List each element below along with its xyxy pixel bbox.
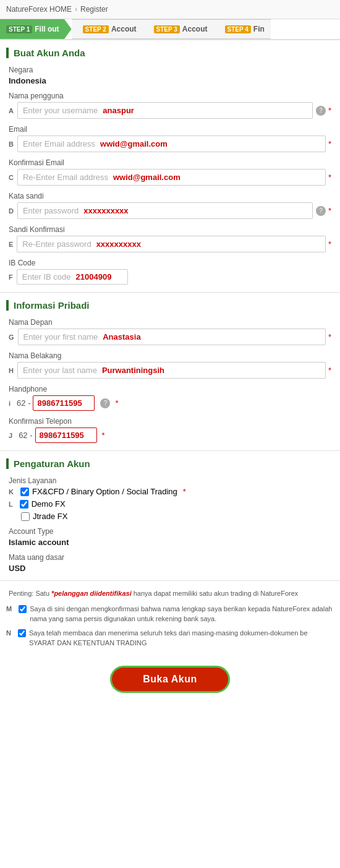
username-field: Nama pengguna A Enter your username anas… (6, 92, 334, 119)
first-name-field: Nama Depan G Enter your first name Anast… (6, 318, 334, 345)
confirm-phone-required: * (102, 431, 105, 440)
field-letter-g: G (9, 333, 14, 341)
breadcrumb-register[interactable]: Register (80, 5, 108, 14)
negara-label: Negara (9, 66, 331, 74)
confirm-phone-field: Konfirmasi Telepon J 62 - * (6, 417, 334, 443)
username-input-display[interactable]: Enter your username anaspur (17, 102, 313, 119)
phone-label: Handphone (9, 385, 331, 393)
last-name-placeholder: Enter your last name (23, 366, 97, 375)
checkbox-fx[interactable] (20, 488, 29, 496)
username-required: * (328, 106, 331, 115)
checkbox-jtrade[interactable] (21, 512, 30, 521)
section-informasi-pribadi: Informasi Pribadi Nama Depan G Enter you… (6, 300, 334, 443)
account-type-label: Account Type (9, 527, 331, 536)
first-name-required: * (328, 332, 331, 342)
checkbox-jtrade-label: Jtrade FX (33, 512, 67, 521)
agreement-n-row: N Saya telah membaca dan menerima seluru… (6, 628, 334, 648)
phone-input-i[interactable] (33, 395, 95, 411)
field-letter-c: C (9, 174, 14, 181)
submit-button[interactable]: Buka Akun (110, 666, 229, 693)
first-name-value: Anastasia (103, 332, 140, 342)
step-1-num: STEP 1 (6, 25, 32, 33)
important-prefix: Penting: Satu (9, 590, 51, 597)
field-letter-f: F (9, 273, 13, 281)
password-label: Kata sandi (9, 192, 331, 200)
field-letter-h: H (9, 367, 14, 374)
username-label: Nama pengguna (9, 92, 331, 100)
checkbox-demo-row: L Demo FX (9, 499, 331, 509)
phone-code-j: 62 - (19, 431, 32, 440)
first-name-placeholder: Enter your first name (23, 332, 98, 342)
step-3-label: Accout (182, 25, 208, 33)
negara-value: Indonesia (9, 75, 46, 87)
step-3[interactable]: STEP 3 Accout (143, 19, 214, 39)
ib-placeholder-text: Enter IB code (22, 272, 71, 281)
phone-input-j[interactable] (35, 428, 97, 443)
confirm-password-field: Sandi Konfirmasi E Re-Enter password xxx… (6, 225, 334, 252)
steps-bar: STEP 1 Fill out STEP 2 Accout STEP 3 Acc… (0, 19, 340, 40)
username-placeholder: Enter your username (23, 106, 98, 115)
confirm-email-value: wwid@gmail.com (113, 173, 181, 182)
checkbox-demo[interactable] (20, 500, 28, 509)
negara-field: Negara Indonesia (6, 66, 334, 85)
username-value: anaspur (103, 106, 134, 115)
important-notice: Penting: Satu *pelanggan diidentifikasi … (9, 588, 331, 599)
ib-code-field: IB Code F Enter IB code 21004909 (6, 259, 334, 285)
step-1[interactable]: STEP 1 Fill out (0, 19, 72, 39)
section-pengaturan-akun: Pengaturan Akun Jenis Layanan K FX&CFD /… (6, 458, 334, 573)
password-help-icon[interactable]: ? (316, 206, 326, 216)
confirm-password-placeholder: Re-Enter password (22, 239, 91, 249)
email-value: wwid@gmail.com (100, 139, 168, 148)
confirm-password-input-display[interactable]: Re-Enter password xxxxxxxxxx (17, 236, 326, 252)
phone-code-i: 62 - (17, 398, 30, 408)
field-letter-a: A (9, 107, 14, 114)
step-2-num: STEP 2 (83, 25, 109, 33)
submit-section: Buka Akun (0, 656, 340, 705)
phone-help-icon[interactable]: ? (100, 398, 110, 408)
first-name-label: Nama Depan (9, 318, 331, 327)
field-letter-m: M (6, 604, 12, 614)
terms-link[interactable]: SYARAT DAN KETENTUAN TRADING (29, 639, 147, 647)
field-letter-n: N (6, 628, 11, 638)
checkbox-agreement-m[interactable] (19, 605, 27, 613)
field-letter-k: K (9, 488, 14, 496)
buat-akun-title: Buat Akun Anda (6, 48, 334, 58)
email-placeholder: Enter Email address (23, 139, 95, 148)
currency-value: USD (9, 564, 25, 573)
field-letter-d: D (9, 207, 14, 215)
last-name-input-display[interactable]: Enter your last name Purwantiningsih (17, 362, 326, 379)
field-letter-e: E (9, 241, 13, 248)
agreement-m-text: Saya di sini dengan mengkonfirmasi bahwa… (30, 604, 334, 624)
breadcrumb-home[interactable]: NatureForex HOME (6, 5, 72, 14)
breadcrumb: NatureForex HOME › Register (0, 0, 340, 19)
password-input-display[interactable]: Enter password xxxxxxxxxx (17, 202, 313, 219)
currency-label: Mata uang dasar (9, 553, 331, 562)
account-type-field: Account Type Islamic account (6, 527, 334, 547)
account-type-value: Islamic account (9, 538, 69, 547)
important-suffix: hanya dapat memiliki satu akun trading d… (132, 590, 299, 597)
jenis-layanan-field: Jenis Layanan K FX&CFD / Binary Option /… (6, 476, 334, 521)
username-help-icon[interactable]: ? (316, 106, 326, 116)
section-notices: Penting: Satu *pelanggan diidentifikasi … (6, 588, 334, 648)
ib-value: 21004909 (76, 272, 112, 281)
password-placeholder: Enter password (23, 206, 79, 215)
email-input-display[interactable]: Enter Email address wwid@gmail.com (17, 135, 326, 152)
field-letter-j: J (9, 432, 12, 439)
field-letter-i: i (9, 400, 11, 407)
checkbox-agreement-n[interactable] (18, 629, 26, 637)
agreement-n-text: Saya telah membaca dan menerima seluruh … (29, 628, 308, 648)
confirm-email-input-display[interactable]: Re-Enter Email address wwid@gmail.com (17, 169, 326, 186)
step-4[interactable]: STEP 4 Fin (214, 19, 271, 39)
email-field: Email B Enter Email address wwid@gmail.c… (6, 125, 334, 152)
step-3-num: STEP 3 (154, 25, 180, 33)
checkbox-jtrade-row: Jtrade FX (9, 512, 331, 521)
step-2[interactable]: STEP 2 Accout (72, 19, 143, 39)
checkbox-fx-row: K FX&CFD / Binary Option / Social Tradin… (9, 487, 331, 496)
checkbox-fx-label: FX&CFD / Binary Option / Social Trading (32, 487, 177, 496)
step-4-label: Fin (253, 25, 265, 33)
phone-field: Handphone i 62 - ? * (6, 385, 334, 411)
phone-required: * (115, 398, 118, 408)
first-name-input-display[interactable]: Enter your first name Anastasia (18, 329, 326, 345)
password-required: * (328, 206, 331, 215)
last-name-value: Purwantiningsih (102, 366, 164, 375)
